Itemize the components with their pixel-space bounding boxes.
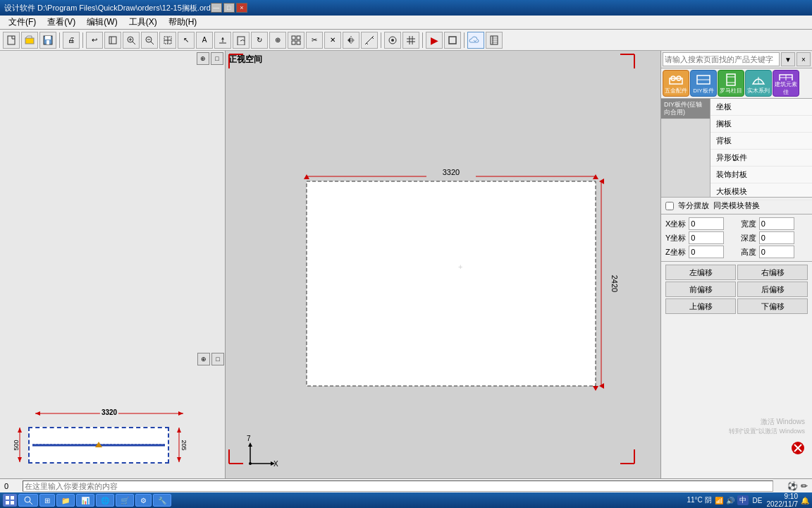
menubar: 文件(F) 查看(V) 编辑(W) 工具(X) 帮助(H) (0, 16, 812, 30)
width-input[interactable] (759, 217, 794, 230)
cloud-sync-button[interactable] (467, 32, 484, 49)
menu-file[interactable]: 文件(F) (3, 15, 42, 30)
category-icons: 五金配件 DIY板件 罗马柱目 实木系列 建筑元素佳 (661, 68, 812, 99)
svg-marker-52 (177, 457, 181, 462)
menu-view[interactable]: 查看(V) (42, 15, 81, 30)
taskbar-ime[interactable]: 中 (737, 495, 749, 505)
cat-arch-label: 建筑元素佳 (773, 80, 799, 96)
close-button[interactable]: × (236, 3, 247, 13)
select-button[interactable]: ↖ (178, 32, 195, 49)
z-coord-input[interactable] (689, 246, 724, 258)
status-number: 0 (4, 482, 8, 490)
taskbar-notification[interactable]: 🔔 (801, 497, 809, 504)
subcat-item-geban[interactable]: 搁板 (710, 116, 812, 133)
taskbar-excel[interactable]: 📊 (76, 494, 94, 507)
depth-input[interactable] (759, 231, 794, 244)
new-button[interactable] (3, 32, 20, 49)
search-input[interactable] (663, 52, 780, 66)
rotate-button[interactable]: ↻ (251, 32, 268, 49)
array-button[interactable] (288, 32, 304, 49)
square-marker-button[interactable] (444, 32, 461, 49)
action-buttons: 左编移 右编移 前偏移 后偏移 上偏移 下偏移 (661, 262, 812, 317)
taskbar-folder[interactable]: 📁 (56, 494, 75, 507)
canvas-area[interactable]: 正视空间 (226, 51, 660, 478)
height-input[interactable] (759, 246, 794, 258)
book-button[interactable] (486, 32, 503, 49)
search-dropdown-button[interactable]: ▼ (781, 52, 795, 66)
menu-edit[interactable]: 编辑(W) (81, 15, 123, 30)
subcat-item-beiban[interactable]: 背板 (710, 133, 812, 150)
cat-hardware[interactable]: 五金配件 (663, 70, 689, 97)
cat-roman-column[interactable]: 罗马柱目 (718, 70, 744, 97)
svg-rect-20 (238, 37, 245, 45)
taskbar-taskview[interactable]: ⊞ (39, 494, 55, 507)
menu-tools[interactable]: 工具(X) (123, 15, 163, 30)
svg-rect-24 (297, 41, 300, 44)
status-search-input[interactable] (23, 480, 773, 492)
arrow-top-left (304, 174, 309, 179)
red-marker-button[interactable]: ▶ (426, 32, 443, 49)
up-shift-button[interactable]: 上偏移 (665, 298, 736, 314)
measure-button[interactable] (361, 32, 378, 49)
explode-button[interactable]: ✕ (324, 32, 341, 49)
arrow-top-right (593, 174, 598, 179)
subcat-item-yixing[interactable]: 异形饭件 (710, 150, 812, 167)
door-button[interactable] (233, 32, 250, 49)
taskbar-search[interactable] (18, 494, 38, 507)
svg-rect-0 (8, 36, 15, 44)
back-shift-button[interactable]: 后偏移 (737, 282, 808, 297)
svg-line-8 (133, 42, 135, 44)
taskbar-ime2[interactable]: DE (751, 497, 764, 504)
zoom-all-button[interactable] (159, 32, 176, 49)
left-grid-button[interactable]: ⊕ (197, 52, 209, 65)
z-coord-label: Z坐标 (665, 247, 686, 258)
right-shift-button[interactable]: 右编移 (737, 265, 808, 280)
subcat-item-zuoban[interactable]: 坐板 (710, 99, 812, 116)
move-button[interactable]: ⊕ (269, 32, 286, 49)
grid-button[interactable] (402, 32, 419, 49)
cat-architecture[interactable]: 建筑元素佳 (773, 70, 799, 97)
zoom-window-button[interactable] (104, 32, 121, 49)
left-shift-button[interactable]: 左编移 (665, 265, 736, 280)
start-button[interactable] (3, 494, 17, 507)
save-button[interactable] (39, 32, 56, 49)
svg-marker-45 (178, 411, 183, 416)
print-button[interactable]: 🖨 (63, 32, 80, 49)
minimize-button[interactable]: — (211, 3, 222, 13)
subcat-active-text: DIY板件(征轴向合用) (664, 101, 702, 116)
checkbox-equal-spacing[interactable] (665, 202, 674, 210)
x-coord-input[interactable] (689, 217, 724, 230)
snap-button[interactable] (384, 32, 401, 49)
taskbar-app1[interactable]: ⚙ (135, 494, 152, 507)
cat-diy-board[interactable]: DIY板件 (690, 70, 717, 97)
taskbar-app2[interactable]: 🔧 (153, 494, 171, 507)
search-close-button[interactable]: × (796, 52, 811, 66)
zoom-in-button[interactable] (123, 32, 140, 49)
checkbox-row: 等分摆放 同类模块替换 (661, 198, 812, 214)
left-bottom-view-button[interactable]: □ (211, 353, 224, 365)
text-button[interactable]: A (196, 32, 213, 49)
zoom-out-button[interactable] (141, 32, 158, 49)
dimension-button[interactable] (214, 32, 231, 49)
y-coord-input[interactable] (689, 231, 724, 244)
trim-button[interactable]: ✂ (306, 32, 323, 49)
open-button[interactable] (21, 32, 38, 49)
left-view-button[interactable]: □ (211, 52, 223, 65)
left-bottom-grid-button[interactable]: ⊕ (197, 353, 210, 365)
mirror-button[interactable] (343, 32, 359, 49)
close-icon-red[interactable] (791, 441, 805, 457)
arrow-right-bottom (599, 383, 604, 389)
cat-solid-wood[interactable]: 实木系列 (745, 70, 772, 97)
menu-help[interactable]: 帮助(H) (163, 15, 203, 30)
maximize-button[interactable]: □ (223, 3, 235, 13)
right-panel: ▼ × 五金配件 DIY板件 罗马柱目 实木系列 建筑元素佳 (660, 51, 812, 478)
taskbar-store[interactable]: 🛒 (116, 494, 134, 507)
svg-marker-49 (95, 442, 102, 447)
subcat-item-zhuangshi[interactable]: 装饰封板 (710, 167, 812, 183)
coord-system: 7 X (247, 435, 278, 468)
sep1 (59, 32, 60, 48)
taskbar-browser[interactable]: 🌐 (96, 494, 114, 507)
front-shift-button[interactable]: 前偏移 (665, 282, 736, 297)
undo-button[interactable]: ↩ (86, 32, 103, 49)
down-shift-button[interactable]: 下偏移 (737, 298, 808, 314)
